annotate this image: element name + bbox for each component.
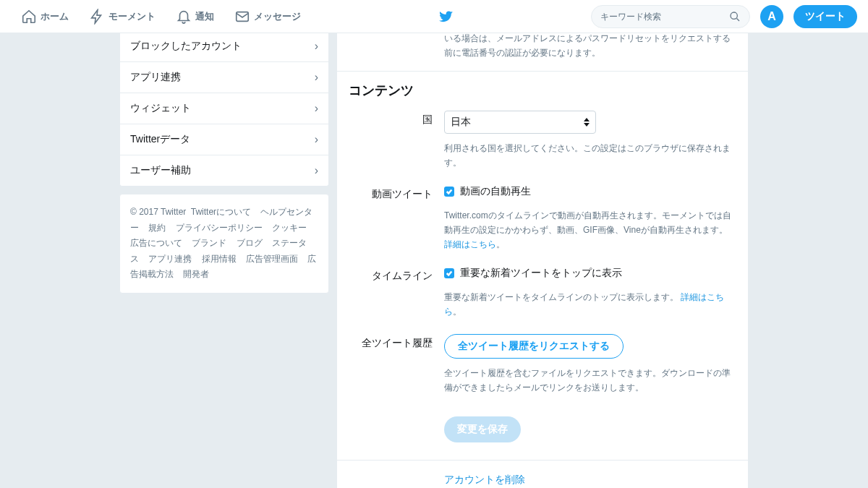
- avatar[interactable]: A: [760, 5, 783, 28]
- tweet-button[interactable]: ツイート: [793, 5, 857, 28]
- field-archive: 全ツイート履歴 全ツイート履歴をリクエストする: [337, 327, 748, 361]
- bolt-icon: [89, 9, 105, 25]
- sidebar-item-label: ウィジェット: [130, 102, 191, 115]
- nav-notifications[interactable]: 通知: [166, 0, 224, 33]
- chevron-right-icon: ›: [315, 40, 318, 53]
- timeline-checkbox-label: 重要な新着ツイートをトップに表示: [460, 267, 622, 280]
- country-select[interactable]: 日本: [444, 111, 596, 134]
- search-input[interactable]: [600, 12, 729, 22]
- request-archive-button[interactable]: 全ツイート履歴をリクエストする: [444, 334, 624, 359]
- search-icon: [729, 11, 741, 22]
- sidebar-item-widgets[interactable]: ウィジェット ›: [120, 93, 328, 124]
- footer-link[interactable]: クッキー: [272, 223, 307, 233]
- sidebar-item-label: ブロックしたアカウント: [130, 40, 242, 53]
- search-box[interactable]: [591, 5, 750, 28]
- chevron-right-icon: ›: [315, 133, 318, 146]
- timeline-label: タイムライン: [349, 267, 444, 283]
- nav-messages[interactable]: メッセージ: [224, 0, 311, 33]
- footer-links: © 2017 Twitter Twitterについて ヘルプセンター 規約 プラ…: [119, 194, 329, 294]
- home-icon: [21, 9, 37, 25]
- archive-help: 全ツイート履歴を含むファイルをリクエストできます。ダウンロードの準備ができました…: [337, 361, 748, 403]
- footer-link[interactable]: 規約: [148, 223, 166, 233]
- footer-link[interactable]: 開発者: [183, 269, 209, 279]
- field-country: 国 日本: [337, 103, 748, 137]
- top-nav: ホーム モーメント 通知 メッセージ A ツイート: [0, 0, 868, 33]
- chevron-right-icon: ›: [315, 102, 318, 115]
- sidebar-item-label: アプリ連携: [130, 71, 181, 84]
- avatar-initial: A: [767, 10, 776, 23]
- nav-moments-label: モーメント: [109, 10, 156, 23]
- nav-messages-label: メッセージ: [254, 10, 301, 23]
- copyright: © 2017 Twitter: [130, 207, 186, 217]
- bell-icon: [176, 9, 192, 25]
- chevron-right-icon: ›: [315, 164, 318, 177]
- field-timeline: タイムライン 重要な新着ツイートをトップに表示: [337, 260, 748, 286]
- archive-label: 全ツイート履歴: [349, 334, 444, 359]
- video-checkbox-label: 動画の自動再生: [460, 185, 531, 198]
- save-changes-button[interactable]: 変更を保存: [444, 416, 521, 442]
- footer-link[interactable]: ブランド: [192, 238, 226, 248]
- footer-link[interactable]: アプリ連携: [148, 254, 192, 264]
- video-label: 動画ツイート: [349, 185, 444, 201]
- sidebar-item-apps[interactable]: アプリ連携 ›: [120, 61, 328, 93]
- footer-link[interactable]: Twitterについて: [191, 207, 251, 217]
- sidebar-item-label: ユーザー補助: [130, 164, 191, 177]
- svg-point-1: [731, 12, 737, 19]
- select-caret-icon: [584, 118, 590, 127]
- footer-link[interactable]: 広告管理画面: [246, 254, 298, 264]
- twitter-logo-icon: [439, 9, 454, 24]
- reset-hint: いる場合は、メールアドレスによるパスワードリセットをリクエストする前に電話番号の…: [337, 31, 748, 71]
- timeline-help: 重要な新着ツイートをタイムラインのトップに表示します。 詳細はこちら。: [337, 286, 748, 327]
- content-section-title: コンテンツ: [337, 71, 748, 103]
- timeline-top-tweets-checkbox[interactable]: 重要な新着ツイートをトップに表示: [444, 267, 736, 280]
- nav-items: ホーム モーメント 通知 メッセージ: [11, 0, 311, 33]
- nav-home-label: ホーム: [41, 10, 69, 23]
- country-label: 国: [349, 111, 444, 134]
- nav-notifications-label: 通知: [195, 10, 214, 23]
- chevron-right-icon: ›: [315, 71, 318, 84]
- nav-home[interactable]: ホーム: [11, 0, 79, 33]
- deactivate-account-link[interactable]: アカウントを削除: [444, 474, 525, 485]
- footer-link[interactable]: 採用情報: [202, 254, 237, 264]
- video-help: Twitter.comのタイムラインで動画が自動再生されます。モーメントでは自動…: [337, 204, 748, 260]
- checkbox-checked-icon: [444, 187, 454, 197]
- settings-main: いる場合は、メールアドレスによるパスワードリセットをリクエストする前に電話番号の…: [336, 31, 749, 488]
- footer-link[interactable]: プライバシーポリシー: [176, 223, 263, 233]
- sidebar-item-accessibility[interactable]: ユーザー補助 ›: [120, 155, 328, 186]
- video-learn-more-link[interactable]: 詳細はこちら: [444, 239, 496, 249]
- country-help: 利用される国を選択してください。この設定はこのブラウザに保存されます。: [337, 137, 748, 178]
- sidebar-item-twitter-data[interactable]: Twitterデータ ›: [120, 124, 328, 155]
- sidebar-item-label: Twitterデータ: [130, 133, 190, 146]
- footer-link[interactable]: 広告について: [130, 238, 182, 248]
- sidebar-item-blocked[interactable]: ブロックしたアカウント ›: [120, 31, 328, 61]
- footer-link[interactable]: ブログ: [237, 238, 263, 248]
- checkbox-checked-icon: [444, 268, 454, 278]
- envelope-icon: [234, 9, 250, 25]
- nav-moments[interactable]: モーメント: [79, 0, 166, 33]
- field-video: 動画ツイート 動画の自動再生: [337, 178, 748, 204]
- country-value: 日本: [451, 116, 471, 129]
- video-autoplay-checkbox[interactable]: 動画の自動再生: [444, 185, 736, 198]
- settings-sidebar: ブロックしたアカウント › アプリ連携 › ウィジェット › Twitterデー…: [119, 31, 329, 294]
